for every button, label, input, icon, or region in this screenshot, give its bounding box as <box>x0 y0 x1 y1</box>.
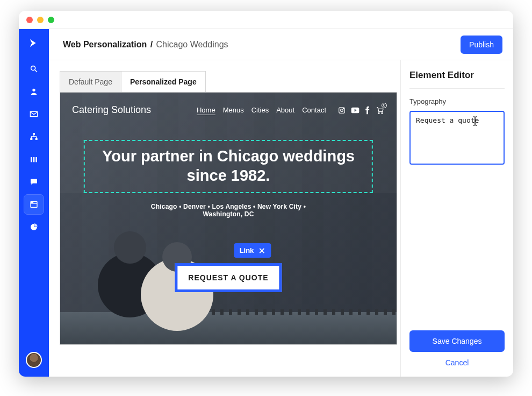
breadcrumb-leaf: Chicago Weddings <box>156 40 228 49</box>
svg-point-14 <box>341 109 343 111</box>
facebook-icon[interactable] <box>365 106 370 115</box>
tab-default-page[interactable]: Default Page <box>60 71 121 92</box>
svg-point-17 <box>378 112 379 114</box>
svg-point-11 <box>31 202 32 203</box>
window-zoom[interactable] <box>48 17 54 23</box>
window-close[interactable] <box>26 17 33 23</box>
site-nav-home[interactable]: Home <box>197 106 215 114</box>
site-nav-about[interactable]: About <box>276 106 294 114</box>
cancel-button[interactable]: Cancel <box>409 358 505 367</box>
cart-icon[interactable]: 0 <box>375 106 385 115</box>
nav-deals[interactable] <box>24 150 44 169</box>
instagram-icon[interactable] <box>338 107 346 114</box>
cta-button-selected[interactable]: REQUEST A QUOTE <box>175 263 282 292</box>
svg-point-15 <box>343 108 344 109</box>
svg-rect-8 <box>35 157 37 162</box>
site-title: Catering Solutions <box>72 104 151 116</box>
hero: Your partner in Chicago weddings since 1… <box>84 140 373 218</box>
app-logo <box>26 36 41 51</box>
topbar: Web Personalization / Chicago Weddings P… <box>49 29 513 60</box>
publish-button[interactable]: Publish <box>461 36 502 54</box>
nav-campaigns[interactable] <box>24 104 44 124</box>
link-pill-close-icon[interactable] <box>258 247 265 254</box>
editor-title: Element Editor <box>409 70 505 81</box>
sidebar <box>19 29 49 377</box>
tab-personalized-page[interactable]: Personalized Page <box>121 71 206 92</box>
nav-search[interactable] <box>24 59 44 79</box>
titlebar <box>19 11 513 29</box>
site-nav-menus[interactable]: Menus <box>223 106 244 114</box>
save-changes-button[interactable]: Save Changes <box>409 330 505 352</box>
typography-label: Typography <box>409 97 505 105</box>
link-pill-label: Link <box>240 246 254 254</box>
site-header: Catering Solutions Home Menus Cities Abo… <box>60 104 397 116</box>
user-avatar[interactable] <box>26 352 42 368</box>
nav-contacts[interactable] <box>24 82 44 101</box>
svg-point-12 <box>32 202 33 203</box>
site-nav-cities[interactable]: Cities <box>251 106 269 114</box>
nav-conversations[interactable] <box>24 172 44 192</box>
app-window: Web Personalization / Chicago Weddings P… <box>19 11 513 377</box>
site-nav: Home Menus Cities About Contact <box>197 106 385 115</box>
canvas-column: Default Page Personalized Page Catering … <box>49 60 400 377</box>
element-editor: Element Editor Typography Save Changes C… <box>400 60 513 377</box>
site-nav-contact[interactable]: Contact <box>302 106 326 114</box>
nav-site[interactable] <box>24 195 44 214</box>
svg-rect-7 <box>33 157 35 162</box>
svg-rect-3 <box>33 133 35 135</box>
nav-reports[interactable] <box>24 217 44 237</box>
cta-wrap: Link REQUEST A QUOTE <box>175 243 282 292</box>
svg-rect-6 <box>31 157 32 162</box>
svg-line-1 <box>35 70 37 72</box>
hero-heading-selected[interactable]: Your partner in Chicago weddings since 1… <box>84 140 373 193</box>
svg-rect-4 <box>30 138 32 140</box>
site-preview: Catering Solutions Home Menus Cities Abo… <box>60 92 397 345</box>
svg-point-18 <box>382 112 383 114</box>
typography-input[interactable] <box>409 111 505 165</box>
breadcrumb: Web Personalization / Chicago Weddings <box>63 40 228 49</box>
breadcrumb-root: Web Personalization <box>63 40 147 49</box>
main-area: Web Personalization / Chicago Weddings P… <box>49 29 513 377</box>
selection-link-pill[interactable]: Link <box>234 243 271 258</box>
cart-badge: 0 <box>382 103 387 108</box>
hero-cities: Chicago • Denver • Los Angeles • New Yor… <box>84 203 373 218</box>
svg-point-2 <box>32 89 35 91</box>
svg-point-0 <box>31 66 35 70</box>
svg-rect-5 <box>35 138 38 140</box>
youtube-icon[interactable] <box>351 107 360 114</box>
page-tabs: Default Page Personalized Page <box>60 71 397 92</box>
nav-automations[interactable] <box>24 127 44 146</box>
window-minimize[interactable] <box>37 17 44 23</box>
